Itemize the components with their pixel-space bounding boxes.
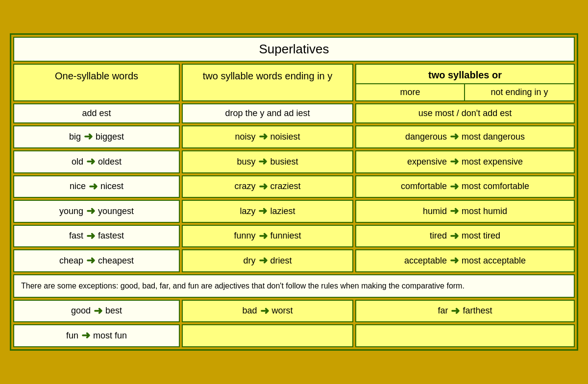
table-title: Superlatives [13, 37, 575, 62]
arrow-4-2: ➜ [259, 229, 268, 243]
col3-sub1: more [356, 84, 465, 100]
row-1-col2-super: busiest [270, 156, 298, 168]
arrow-3-1: ➜ [86, 204, 95, 218]
row-5-col2: dry ➜ driest [182, 249, 353, 272]
row-2-col2-word: crazy [234, 181, 255, 192]
col3-sub-row: more not ending in y [356, 83, 574, 100]
col3-header-top: two syllables or [356, 65, 574, 83]
exc-row-0-col2-word: bad [242, 305, 257, 316]
exc-row-1-col3 [355, 324, 575, 347]
exc-row-0-col1-super: best [105, 305, 122, 316]
row-1-col3-word: expensive [407, 156, 447, 168]
row-4-col2: funny ➜ funniest [182, 225, 353, 248]
arrow-5-2: ➜ [259, 254, 268, 268]
arrow-3-3: ➜ [450, 204, 459, 218]
row-2-col2-super: craziest [270, 181, 301, 192]
row-2-col3: comfortable ➜ most comfortable [355, 175, 575, 198]
exc-arrow-0-2: ➜ [260, 304, 269, 318]
arrow-2-3: ➜ [450, 180, 459, 194]
row-3-col3-super: most humid [462, 206, 507, 217]
row-1-col3: expensive ➜ most expensive [355, 150, 575, 173]
row-3-col3: humid ➜ most humid [355, 200, 575, 223]
row-1-col1-word: old [72, 156, 83, 168]
row-0-col1-word: big [69, 131, 81, 143]
arrow-0-1: ➜ [84, 130, 93, 144]
row-2-col1-super: nicest [100, 181, 123, 192]
row-0-col3: dangerous ➜ most dangerous [355, 125, 575, 148]
row-3-col2-word: lazy [240, 206, 255, 217]
row-1-col1: old ➜ oldest [13, 150, 180, 173]
exceptions-note: There are some exceptions: good, bad, fa… [13, 274, 575, 298]
col3-header: two syllables or more not ending in y [355, 64, 575, 101]
row-2-col3-super: most comfortable [462, 181, 529, 192]
exc-row-1-col2 [182, 324, 353, 347]
row-2-col3-word: comfortable [401, 181, 447, 192]
row-1-col2-word: busy [237, 156, 255, 168]
row-0-col3-super: most dangerous [462, 131, 525, 143]
exc-arrow-0-3: ➜ [451, 304, 460, 318]
row-3-col1-super: youngest [98, 206, 134, 217]
row-3-col2: lazy ➜ laziest [182, 200, 353, 223]
rule-col1: add est [13, 103, 180, 123]
col3-sub2: not ending in y [465, 84, 574, 100]
col2-header: two syllable words ending in y [182, 64, 353, 101]
exc-arrow-1-1: ➜ [81, 329, 90, 343]
row-4-col2-super: funniest [270, 230, 301, 241]
exc-row-0-col3: far ➜ farthest [355, 300, 575, 323]
row-0-col2: noisy ➜ noisiest [182, 125, 353, 148]
row-3-col1-word: young [59, 206, 83, 217]
row-3-col3-word: humid [423, 206, 447, 217]
row-0-col3-word: dangerous [405, 131, 447, 143]
row-5-col2-super: driest [270, 255, 292, 266]
exc-row-0-col1: good ➜ best [13, 300, 180, 323]
arrow-2-1: ➜ [89, 180, 98, 194]
arrow-1-3: ➜ [450, 155, 459, 169]
rule-col2: drop the y and ad iest [182, 103, 353, 123]
row-4-col1-super: fastest [98, 230, 124, 241]
exc-row-0-col2: bad ➜ worst [182, 300, 353, 323]
row-3-col1: young ➜ youngest [13, 200, 180, 223]
rule-col3: use most / don't add est [355, 103, 575, 123]
arrow-0-3: ➜ [450, 130, 459, 144]
arrow-3-2: ➜ [258, 204, 267, 218]
row-5-col3-word: acceptable [404, 255, 447, 266]
row-2-col2: crazy ➜ craziest [182, 175, 353, 198]
row-5-col1-word: cheap [59, 255, 83, 266]
exc-arrow-0-1: ➜ [94, 304, 102, 318]
arrow-0-2: ➜ [259, 130, 268, 144]
exc-row-0-col3-super: farthest [463, 305, 492, 316]
exc-row-1-col1-super: most fun [93, 330, 127, 341]
row-4-col1: fast ➜ fastest [13, 225, 180, 248]
arrow-2-2: ➜ [259, 180, 268, 194]
row-1-col3-super: most expensive [462, 156, 523, 168]
arrow-1-2: ➜ [258, 155, 267, 169]
row-5-col3-super: most acceptable [462, 255, 526, 266]
row-0-col2-word: noisy [235, 131, 255, 143]
exc-row-1-col1-word: fun [66, 330, 78, 341]
row-1-col2: busy ➜ busiest [182, 150, 353, 173]
main-grid: One-syllable words two syllable words en… [13, 64, 575, 347]
row-4-col3-word: tired [430, 230, 447, 241]
row-4-col3: tired ➜ most tired [355, 225, 575, 248]
exc-row-0-col3-word: far [438, 305, 448, 316]
exc-row-0-col2-super: worst [272, 305, 293, 316]
row-0-col2-super: noisiest [270, 131, 300, 143]
arrow-4-3: ➜ [450, 229, 459, 243]
arrow-5-3: ➜ [450, 254, 459, 268]
row-2-col1-word: nice [70, 181, 86, 192]
row-2-col1: nice ➜ nicest [13, 175, 180, 198]
row-5-col2-word: dry [243, 255, 255, 266]
arrow-1-1: ➜ [86, 155, 95, 169]
exc-row-1-col1: fun ➜ most fun [13, 324, 180, 347]
row-3-col2-super: laziest [270, 206, 295, 217]
row-0-col1: big ➜ biggest [13, 125, 180, 148]
superlatives-table: Superlatives One-syllable words two syll… [10, 33, 578, 351]
row-4-col3-super: most tired [462, 230, 500, 241]
row-5-col1-super: cheapest [98, 255, 134, 266]
arrow-5-1: ➜ [86, 254, 95, 268]
row-5-col3: acceptable ➜ most acceptable [355, 249, 575, 272]
row-0-col1-super: biggest [96, 131, 124, 143]
row-4-col1-word: fast [69, 230, 83, 241]
col1-header: One-syllable words [13, 64, 180, 101]
row-5-col1: cheap ➜ cheapest [13, 249, 180, 272]
